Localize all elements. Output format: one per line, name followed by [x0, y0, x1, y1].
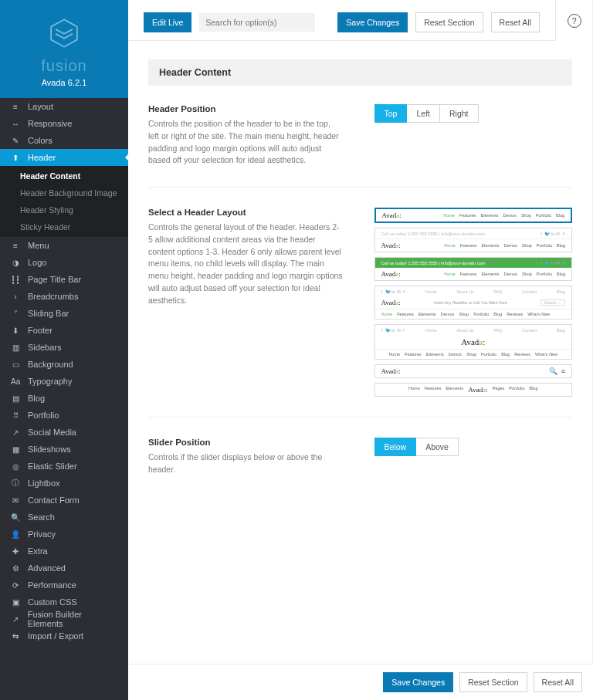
sidebar-item-search[interactable]: 🔍Search [0, 509, 128, 526]
nav-label: Header [28, 153, 56, 162]
sidebar-sub-sticky-header[interactable]: Sticky Header [0, 218, 128, 235]
sidebar-item-footer[interactable]: ⬇Footer [0, 322, 128, 339]
header-position-group: TopLeftRight [374, 104, 479, 123]
sidebar-item-blog[interactable]: ▤Blog [0, 390, 128, 407]
sidebar-item-advanced[interactable]: ⚙Advanced [0, 560, 128, 577]
header-layout-option-7[interactable]: HomeFeaturesElementsAvada:PagesPortfolio… [374, 383, 572, 397]
sidebar-nav: ≡Layout↔Responsive✎Colors⬆HeaderHeader C… [0, 98, 128, 700]
nav-icon: ⟳ [11, 581, 20, 590]
header-layout-option-1[interactable]: Avada:HomeFeaturesElementsDemosShopPortf… [374, 208, 572, 223]
sidebar-sub-header-styling[interactable]: Header Styling [0, 201, 128, 218]
slider-position-option-above[interactable]: Above [416, 438, 459, 456]
slider-position-desc: Controls if the slider displays below or… [148, 451, 344, 476]
section-slider-position: Slider Position Controls if the slider d… [148, 438, 572, 496]
header-layout-option-5[interactable]: f 🐦 in ✉ ↗HomeAbout UsFAQContactBlogAvad… [374, 324, 572, 360]
header-layout-option-4[interactable]: f 🐦 in ✉ ↗HomeAbout UsFAQContactBlogAvad… [374, 286, 572, 320]
app-root: fusion Avada 6.2.1 ≡Layout↔Responsive✎Co… [0, 0, 593, 700]
sidebar-sub-header-background-image[interactable]: Header Background Image [0, 184, 128, 201]
nav-label: Footer [28, 326, 53, 335]
nav-label: Custom CSS [28, 597, 77, 607]
header-layout-option-6[interactable]: Avada:🔍 ≡ [374, 364, 572, 378]
sidebar-item-menu[interactable]: ≡Menu [0, 237, 128, 254]
header-layout-desc: Controls the general layout of the heade… [148, 221, 344, 306]
nav-label: Layout [28, 102, 53, 111]
nav-label: Lightbox [28, 479, 60, 488]
nav-icon: 🔍 [11, 513, 20, 522]
sidebar-item-portfolio[interactable]: ⠿Portfolio [0, 407, 128, 424]
header-position-option-left[interactable]: Left [407, 104, 440, 123]
search-input[interactable] [199, 13, 315, 32]
nav-label: Portfolio [28, 411, 59, 420]
sidebar-item-sliding-bar[interactable]: ˅Sliding Bar [0, 305, 128, 322]
sidebar-item-social-media[interactable]: ↗Social Media [0, 424, 128, 441]
sidebar-item-fusion-builder-elements[interactable]: ↗Fusion Builder Elements [0, 610, 128, 627]
nav-icon: ┇┇ [11, 276, 20, 284]
sidebar-item-typography[interactable]: AaTypography [0, 373, 128, 390]
nav-icon: ↔ [11, 120, 20, 128]
reset-section-button-bottom[interactable]: Reset Section [459, 672, 527, 692]
slider-position-option-below[interactable]: Below [374, 438, 417, 456]
nav-label: Advanced [28, 563, 66, 573]
sidebar-item-privacy[interactable]: 👤Privacy [0, 526, 128, 543]
sidebar-item-slideshows[interactable]: ▦Slideshows [0, 441, 128, 458]
nav-label: Privacy [28, 529, 56, 539]
nav-icon: ◎ [11, 462, 20, 471]
sidebar-sub-header-content[interactable]: Header Content [0, 167, 128, 184]
sidebar-item-background[interactable]: ▭Background [0, 356, 128, 373]
sidebar-item-layout[interactable]: ≡Layout [0, 98, 128, 115]
header-layout-option-2[interactable]: Call us today! 1.555.555.5555 | info@you… [374, 228, 572, 252]
reset-all-button-bottom[interactable]: Reset All [534, 672, 582, 692]
nav-icon: ✉ [11, 496, 20, 505]
sidebar-item-colors[interactable]: ✎Colors [0, 132, 128, 149]
nav-label: Extra [28, 546, 48, 556]
nav-icon: ⇆ [11, 632, 20, 641]
topbar: Edit Live Save Changes Reset Section Res… [128, 0, 555, 41]
header-position-option-right[interactable]: Right [440, 104, 479, 123]
help-icon[interactable]: ? [568, 14, 581, 28]
header-position-option-top[interactable]: Top [374, 104, 408, 123]
sidebar-item-lightbox[interactable]: ⓘLightbox [0, 475, 128, 492]
nav-icon: ≡ [11, 103, 20, 111]
sidebar-item-performance[interactable]: ⟳Performance [0, 577, 128, 593]
nav-label: Blog [28, 394, 45, 403]
sidebar-item-logo[interactable]: ◑Logo [0, 254, 128, 271]
bottombar: Save Changes Reset Section Reset All [128, 664, 593, 700]
sidebar-item-responsive[interactable]: ↔Responsive [0, 115, 128, 132]
nav-label: Sidebars [28, 343, 61, 352]
sidebar: fusion Avada 6.2.1 ≡Layout↔Responsive✎Co… [0, 0, 128, 700]
nav-icon: ⬆ [11, 154, 20, 162]
nav-icon: ▦ [11, 445, 20, 454]
nav-icon: ▤ [11, 394, 20, 403]
sidebar-item-contact-form[interactable]: ✉Contact Form [0, 492, 128, 509]
reset-all-button-top[interactable]: Reset All [491, 12, 540, 32]
nav-icon: ↗ [11, 615, 20, 624]
header-position-title: Header Position [148, 104, 344, 113]
edit-live-button[interactable]: Edit Live [144, 12, 191, 32]
sidebar-item-extra[interactable]: ✚Extra [0, 543, 128, 560]
save-changes-button-top[interactable]: Save Changes [337, 12, 408, 32]
sidebar-subnav: Header ContentHeader Background ImageHea… [0, 166, 128, 237]
header-layout-previews: Avada:HomeFeaturesElementsDemosShopPortf… [374, 208, 572, 397]
sidebar-item-sidebars[interactable]: ▥Sidebars [0, 339, 128, 356]
sidebar-item-header[interactable]: ⬆Header [0, 149, 128, 166]
sidebar-item-breadcrumbs[interactable]: ›Breadcrumbs [0, 288, 128, 305]
header-layout-title: Select a Header Layout [148, 208, 344, 217]
header-layout-option-3[interactable]: Call us today! 1.555.555.5555 | info@you… [374, 257, 572, 281]
content-scroll: Header Content Header Position Controls … [128, 41, 592, 700]
nav-icon: ≡ [11, 242, 20, 250]
sidebar-item-page-title-bar[interactable]: ┇┇Page Title Bar [0, 271, 128, 288]
nav-label: Performance [28, 580, 76, 590]
nav-icon: ◑ [11, 259, 20, 267]
nav-icon: ˅ [11, 309, 20, 318]
nav-icon: 👤 [11, 530, 20, 539]
sidebar-item-custom-css[interactable]: ▣Custom CSS [0, 593, 128, 610]
reset-section-button-top[interactable]: Reset Section [415, 12, 483, 32]
sidebar-item-import-export[interactable]: ⇆Import / Export [0, 627, 128, 644]
save-changes-button-bottom[interactable]: Save Changes [383, 672, 453, 692]
sidebar-item-elastic-slider[interactable]: ◎Elastic Slider [0, 458, 128, 475]
brand-version: Avada 6.2.1 [0, 78, 128, 87]
nav-label: Search [28, 512, 55, 522]
nav-icon: ▥ [11, 343, 20, 352]
main: Edit Live Save Changes Reset Section Res… [128, 0, 593, 700]
section-header-layout: Select a Header Layout Controls the gene… [148, 208, 572, 418]
